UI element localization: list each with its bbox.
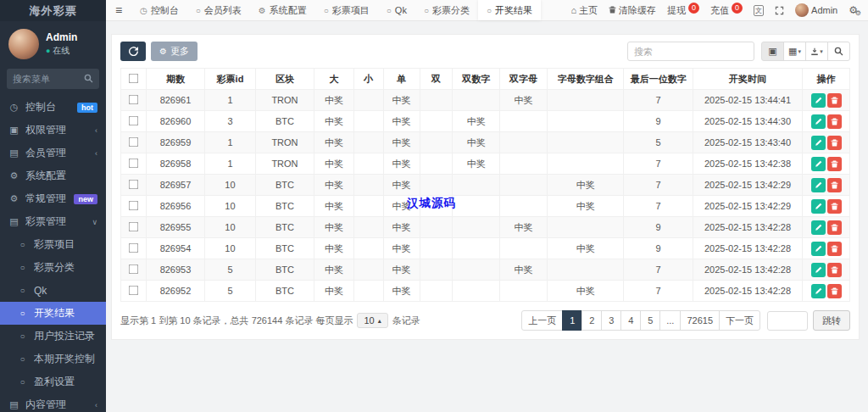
tab-彩票项目[interactable]: ○彩票项目 bbox=[315, 0, 378, 20]
cell-even bbox=[420, 90, 453, 111]
tab-开奖结果[interactable]: ○开奖结果 bbox=[478, 0, 541, 20]
row-checkbox[interactable] bbox=[129, 264, 139, 274]
row-checkbox[interactable] bbox=[129, 158, 139, 168]
export-button[interactable]: ▾ bbox=[805, 42, 828, 61]
clear-cache-link[interactable]: 清除缓存 bbox=[609, 4, 656, 17]
sidebar-subitem-本期开奖控制[interactable]: ○本期开奖控制 bbox=[0, 348, 106, 370]
page-size-select[interactable]: 10▴ bbox=[357, 313, 387, 328]
avatar[interactable] bbox=[8, 29, 39, 59]
tab-控制台[interactable]: ◷控制台 bbox=[131, 0, 187, 20]
row-checkbox[interactable] bbox=[129, 285, 139, 295]
delete-button[interactable] bbox=[827, 220, 842, 235]
row-checkbox[interactable] bbox=[129, 242, 139, 253]
edit-button[interactable] bbox=[811, 242, 826, 256]
page-button-下一页[interactable]: 下一页 bbox=[719, 310, 760, 331]
tab-彩票分类[interactable]: ○彩票分类 bbox=[415, 0, 478, 20]
delete-button[interactable] bbox=[827, 157, 842, 171]
delete-button[interactable] bbox=[827, 114, 842, 129]
page-button-4[interactable]: 4 bbox=[620, 310, 641, 331]
sidebar-subitem-盈利设置[interactable]: ○盈利设置 bbox=[0, 370, 106, 393]
page-button-上一页[interactable]: 上一页 bbox=[521, 310, 563, 331]
edit-button[interactable] bbox=[811, 136, 826, 150]
gauge-icon: ◷ bbox=[140, 6, 147, 15]
table-search-input[interactable] bbox=[627, 42, 754, 61]
page-button-3[interactable]: 3 bbox=[601, 310, 621, 331]
delete-button[interactable] bbox=[827, 284, 842, 298]
sidebar-item-常规管理[interactable]: ⚙常规管理new bbox=[0, 187, 106, 210]
jump-button[interactable]: 跳转 bbox=[813, 310, 850, 331]
sidebar-item-内容管理[interactable]: ▤内容管理‹ bbox=[0, 393, 106, 412]
delete-button[interactable] bbox=[827, 178, 842, 192]
page-button-2[interactable]: 2 bbox=[581, 310, 602, 331]
edit-button[interactable] bbox=[811, 178, 826, 192]
page-button-...[interactable]: ... bbox=[659, 310, 681, 331]
cell-last_digit: 7 bbox=[624, 196, 693, 217]
tab-会员列表[interactable]: ○会员列表 bbox=[187, 0, 250, 20]
delete-button[interactable] bbox=[827, 136, 842, 150]
page-button-5[interactable]: 5 bbox=[640, 310, 660, 331]
delete-button[interactable] bbox=[827, 199, 842, 214]
more-button[interactable]: ⚙更多 bbox=[151, 42, 198, 61]
home-link[interactable]: ⌂主页 bbox=[570, 4, 598, 17]
row-checkbox[interactable] bbox=[129, 136, 139, 147]
select-all-checkbox[interactable] bbox=[129, 73, 139, 83]
gear-icon: ⚙ bbox=[259, 6, 266, 15]
cell-letter_digit_combo bbox=[548, 132, 624, 153]
delete-button[interactable] bbox=[827, 242, 842, 256]
hamburger-icon[interactable]: ≡ bbox=[106, 0, 131, 20]
sidebar-item-label: 用户投注记录 bbox=[34, 329, 97, 343]
detail-view-button[interactable]: ▣ bbox=[761, 42, 784, 61]
tab-Qk[interactable]: ○Qk bbox=[378, 0, 415, 20]
sidebar-item-系统配置[interactable]: ⚙系统配置 bbox=[0, 164, 106, 187]
edit-button[interactable] bbox=[811, 157, 826, 171]
column-header-period: 期数 bbox=[147, 69, 205, 90]
menu-search-input[interactable] bbox=[13, 74, 84, 84]
recharge-link[interactable]: 充值0 bbox=[710, 4, 743, 17]
page-button-1[interactable]: 1 bbox=[562, 310, 582, 331]
row-actions-cell bbox=[803, 175, 850, 196]
trash-icon bbox=[609, 5, 616, 15]
edit-button[interactable] bbox=[811, 263, 826, 277]
sidebar-item-权限管理[interactable]: ▣权限管理‹ bbox=[0, 119, 106, 142]
row-checkbox[interactable] bbox=[129, 115, 139, 125]
row-checkbox[interactable] bbox=[129, 179, 139, 189]
search-button[interactable] bbox=[827, 42, 850, 61]
tab-系统配置[interactable]: ⚙系统配置 bbox=[250, 0, 315, 20]
edit-button[interactable] bbox=[811, 199, 826, 214]
settings-cogs-icon[interactable]: ⚙⚙ bbox=[849, 4, 858, 16]
sidebar-item-会员管理[interactable]: ▤会员管理‹ bbox=[0, 142, 106, 164]
sidebar-subitem-彩票分类[interactable]: ○彩票分类 bbox=[0, 256, 106, 279]
edit-button[interactable] bbox=[811, 220, 826, 235]
row-select-cell bbox=[121, 132, 147, 153]
edit-button[interactable] bbox=[811, 284, 826, 298]
delete-button[interactable] bbox=[827, 93, 842, 108]
row-checkbox[interactable] bbox=[129, 94, 139, 104]
cell-small bbox=[354, 281, 383, 302]
jump-page-input[interactable] bbox=[767, 311, 808, 331]
sidebar-subitem-彩票项目[interactable]: ○彩票项目 bbox=[0, 233, 106, 256]
columns-button[interactable]: ▦▾ bbox=[783, 42, 806, 61]
circle-icon: ○ bbox=[324, 6, 329, 15]
page-button-72615[interactable]: 72615 bbox=[680, 310, 720, 331]
delete-button[interactable] bbox=[827, 263, 842, 277]
row-checkbox[interactable] bbox=[129, 221, 139, 231]
cell-double_digit: 中奖 bbox=[453, 153, 500, 175]
cell-even bbox=[420, 153, 453, 175]
user-menu[interactable]: Admin bbox=[795, 3, 837, 17]
withdraw-link[interactable]: 提现0 bbox=[667, 4, 699, 17]
sidebar-item-label: 彩票项目 bbox=[34, 237, 97, 252]
cell-big: 中奖 bbox=[314, 153, 353, 175]
sidebar-subitem-Qk[interactable]: ○Qk bbox=[0, 279, 106, 302]
tab-label: 彩票项目 bbox=[332, 4, 370, 17]
sidebar-subitem-用户投注记录[interactable]: ○用户投注记录 bbox=[0, 325, 106, 348]
row-checkbox[interactable] bbox=[129, 200, 139, 210]
sidebar-item-彩票管理[interactable]: ▤彩票管理∨ bbox=[0, 210, 106, 233]
edit-button[interactable] bbox=[811, 93, 826, 108]
sidebar-subitem-开奖结果[interactable]: ○开奖结果 bbox=[0, 302, 106, 325]
fullscreen-icon[interactable] bbox=[775, 6, 784, 15]
edit-button[interactable] bbox=[811, 114, 826, 129]
sidebar-item-控制台[interactable]: ◷控制台hot bbox=[0, 96, 106, 119]
language-icon[interactable]: 文 bbox=[754, 5, 764, 16]
refresh-button[interactable] bbox=[120, 42, 146, 61]
withdraw-badge: 0 bbox=[688, 3, 699, 14]
